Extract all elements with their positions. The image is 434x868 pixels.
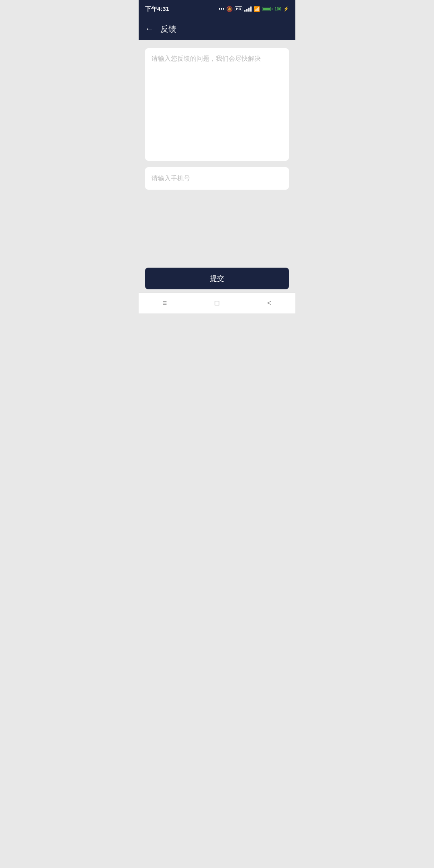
status-icons: 🔕 HD 📶 100 ⚡ xyxy=(219,6,289,12)
feedback-card xyxy=(145,48,289,161)
submit-button[interactable]: 提交 xyxy=(145,268,289,289)
wifi-icon: 📶 xyxy=(254,6,260,12)
hd-badge: HD xyxy=(235,6,242,11)
signal-strength-icon xyxy=(244,6,252,12)
submit-section: 提交 xyxy=(139,268,295,289)
phone-input[interactable] xyxy=(151,175,283,182)
bottom-nav: ≡ □ < xyxy=(139,293,295,313)
battery-label: 100 xyxy=(274,7,281,11)
phone-card xyxy=(145,167,289,190)
status-time: 下午4:31 xyxy=(145,5,169,13)
status-bar: 下午4:31 🔕 HD 📶 100 ⚡ xyxy=(139,0,295,18)
back-button[interactable]: ← xyxy=(145,24,154,34)
charging-icon: ⚡ xyxy=(283,6,289,12)
page-title: 反馈 xyxy=(160,24,176,35)
home-icon[interactable]: □ xyxy=(209,295,225,311)
navbar: ← 反馈 xyxy=(139,18,295,40)
menu-icon[interactable]: ≡ xyxy=(157,295,173,311)
back-nav-icon[interactable]: < xyxy=(261,295,277,311)
battery-icon xyxy=(262,7,272,11)
signal-dots-icon xyxy=(219,8,224,10)
mute-icon: 🔕 xyxy=(226,6,233,12)
feedback-textarea[interactable] xyxy=(151,55,283,154)
